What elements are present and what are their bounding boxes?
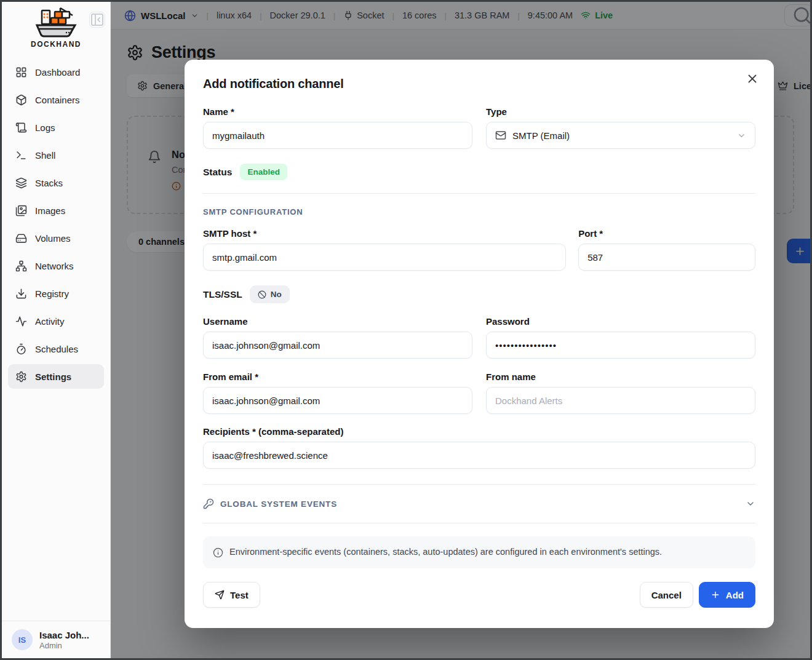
test-button[interactable]: Test (203, 582, 260, 608)
sidebar-item-activity[interactable]: Activity (8, 309, 104, 333)
avatar: IS (12, 629, 33, 650)
type-select[interactable]: SMTP (Email) (486, 122, 755, 149)
sidebar-item-containers[interactable]: Containers (8, 87, 104, 112)
sidebar-item-label: Activity (35, 316, 65, 327)
tls-value: No (271, 290, 282, 299)
username-input[interactable] (203, 332, 472, 359)
sidebar-item-stacks[interactable]: Stacks (8, 170, 104, 195)
chevron-down-icon (737, 131, 746, 140)
sidebar-item-label: Images (35, 205, 65, 216)
tls-ssl-label: TLS/SSL (203, 289, 242, 300)
divider (203, 193, 755, 194)
images-icon (15, 205, 27, 217)
x-icon (746, 72, 759, 85)
status-label: Status (203, 167, 232, 178)
events-section-heading: GLOBAL SYSTEM EVENTS (220, 499, 337, 509)
smtp-section-heading: SMTP CONFIGURATION (203, 207, 755, 217)
recipients-input[interactable] (203, 442, 755, 469)
brand-name: DOCKHAND (2, 40, 110, 49)
sidebar: DOCKHAND DashboardContainersLogsShellSta… (2, 2, 111, 658)
divider (203, 484, 755, 485)
smtp-host-label: SMTP host * (203, 228, 566, 239)
activity-icon (15, 316, 27, 327)
from-name-label: From name (486, 372, 755, 382)
chevron-down-icon (746, 499, 755, 509)
info-note-text: Environment-specific events (containers,… (229, 547, 662, 557)
main-area: WSLLocal | linux x64 | Docker 29.0.1 | S… (111, 2, 810, 658)
panel-collapse-icon (90, 12, 105, 27)
timer-icon (15, 343, 27, 355)
add-button[interactable]: Add (699, 582, 755, 608)
sidebar-nav: DashboardContainersLogsShellStacksImages… (2, 51, 110, 621)
sidebar-item-networks[interactable]: Networks (8, 253, 104, 278)
sidebar-item-label: Dashboard (35, 67, 80, 78)
sidebar-item-logs[interactable]: Logs (8, 115, 104, 140)
ban-icon (258, 290, 266, 299)
sidebar-item-images[interactable]: Images (8, 198, 104, 223)
test-button-label: Test (230, 590, 249, 600)
sidebar-item-label: Settings (35, 372, 71, 382)
sidebar-item-registry[interactable]: Registry (8, 281, 104, 306)
name-input[interactable] (203, 122, 472, 149)
status-enabled-badge[interactable]: Enabled (240, 164, 287, 180)
password-input[interactable] (486, 332, 755, 359)
port-input[interactable] (578, 244, 755, 271)
type-selected-value: SMTP (Email) (512, 130, 570, 141)
key-icon (203, 498, 214, 509)
from-email-input[interactable] (203, 387, 472, 414)
global-system-events-toggle[interactable]: GLOBAL SYSTEM EVENTS (203, 492, 755, 515)
sidebar-item-settings[interactable]: Settings (8, 364, 104, 389)
divider (203, 523, 755, 523)
type-label: Type (486, 106, 755, 117)
sidebar-item-shell[interactable]: Shell (8, 143, 104, 167)
sidebar-item-label: Stacks (35, 178, 63, 188)
password-label: Password (486, 316, 755, 327)
sidebar-item-dashboard[interactable]: Dashboard (8, 60, 104, 84)
tls-toggle-badge[interactable]: No (250, 285, 290, 303)
sidebar-item-label: Volumes (35, 233, 71, 244)
layers-icon (15, 177, 27, 189)
scroll-icon (15, 122, 27, 133)
sidebar-item-label: Registry (35, 288, 69, 299)
cancel-button-label: Cancel (651, 590, 682, 600)
send-icon (215, 590, 225, 600)
sidebar-collapse-button[interactable] (89, 12, 105, 28)
add-notification-channel-modal: Add notification channel Name * Type SMT… (185, 60, 774, 628)
sidebar-item-label: Schedules (35, 344, 78, 354)
ship-logo-icon (32, 6, 80, 39)
user-profile[interactable]: IS Isaac Joh... Admin (2, 621, 110, 658)
sidebar-item-schedules[interactable]: Schedules (8, 336, 104, 361)
sidebar-item-label: Containers (35, 95, 80, 105)
plus-icon (710, 590, 720, 600)
grid-icon (15, 66, 27, 78)
user-name: Isaac Joh... (39, 630, 89, 640)
sidebar-item-label: Shell (35, 150, 55, 161)
name-label: Name * (203, 106, 472, 117)
sidebar-item-label: Networks (35, 261, 74, 271)
sidebar-item-volumes[interactable]: Volumes (8, 226, 104, 250)
from-name-input[interactable] (486, 387, 755, 414)
smtp-host-input[interactable] (203, 244, 566, 271)
from-email-label: From email * (203, 372, 472, 382)
add-button-label: Add (726, 590, 744, 600)
user-role: Admin (39, 641, 89, 650)
modal-title: Add notification channel (203, 77, 755, 91)
close-icon[interactable] (746, 72, 759, 85)
info-icon (213, 547, 223, 558)
sidebar-item-label: Logs (35, 122, 55, 133)
username-label: Username (203, 316, 472, 327)
app-window: DOCKHAND DashboardContainersLogsShellSta… (0, 0, 812, 660)
download-icon (15, 288, 27, 300)
info-note: Environment-specific events (containers,… (203, 536, 755, 568)
port-label: Port * (578, 228, 755, 239)
recipients-label: Recipients * (comma-separated) (203, 426, 755, 437)
drive-icon (15, 233, 27, 244)
box-icon (15, 94, 27, 106)
network-icon (15, 260, 27, 272)
terminal-icon (15, 149, 27, 161)
cancel-button[interactable]: Cancel (640, 582, 693, 608)
mail-icon (495, 130, 506, 141)
gear-icon (15, 371, 27, 383)
